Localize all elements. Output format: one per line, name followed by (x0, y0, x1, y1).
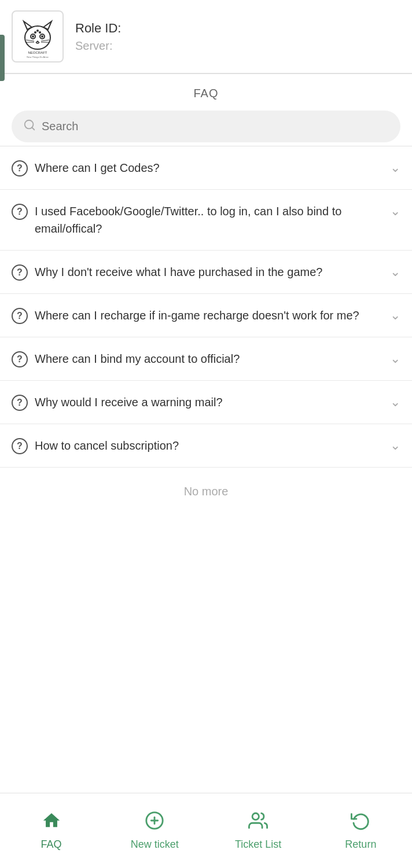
svg-marker-7 (36, 41, 39, 42)
chevron-icon-4: ⌄ (390, 308, 400, 323)
faq-question-4: Where can I recharge if in-game recharge… (35, 307, 383, 324)
question-icon-5: ? (12, 351, 28, 367)
app-logo: NEOCRAFT New Things Do Arise (12, 10, 64, 62)
search-icon (23, 119, 36, 134)
plus-circle-icon (145, 811, 164, 835)
svg-point-12 (34, 31, 36, 34)
svg-marker-1 (24, 21, 32, 30)
svg-line-10 (41, 40, 49, 41)
faq-question-7: How to cancel subscription? (35, 437, 383, 454)
svg-marker-2 (43, 21, 52, 30)
svg-point-22 (252, 813, 259, 819)
faq-question-1: Where can I get Codes? (35, 159, 383, 176)
faq-item-2[interactable]: ? I used Facebook/Google/Twitter.. to lo… (0, 190, 412, 251)
home-icon (42, 811, 61, 835)
chevron-icon-2: ⌄ (390, 204, 400, 219)
faq-item-1[interactable]: ? Where can I get Codes? ⌄ (0, 146, 412, 190)
faq-question-3: Why I don't receive what I have purchase… (35, 263, 383, 281)
faq-section: FAQ ? Where can I get Codes? ⌄ ? I used … (0, 74, 412, 510)
ticket-list-icon (248, 811, 268, 835)
chevron-icon-1: ⌄ (390, 160, 400, 175)
question-icon-6: ? (12, 395, 28, 411)
faq-item-7[interactable]: ? How to cancel subscription? ⌄ (0, 424, 412, 468)
question-icon-3: ? (12, 264, 28, 281)
server-label: Server: (75, 39, 121, 53)
svg-text:New Things Do Arise: New Things Do Arise (27, 56, 49, 58)
nav-item-new-ticket[interactable]: New ticket (131, 811, 179, 851)
question-icon-1: ? (12, 160, 28, 176)
bottom-navigation: FAQ New ticket Ticket List (0, 793, 412, 868)
question-icon-2: ? (12, 204, 28, 220)
return-icon (351, 811, 370, 835)
chevron-icon-5: ⌄ (390, 351, 400, 366)
svg-text:NEOCRAFT: NEOCRAFT (28, 51, 47, 54)
faq-item-5[interactable]: ? Where can I bind my account to officia… (0, 337, 412, 381)
faq-list: ? Where can I get Codes? ⌄ ? I used Face… (0, 146, 412, 468)
chevron-icon-3: ⌄ (390, 264, 400, 279)
svg-point-5 (32, 35, 34, 38)
no-more-label: No more (0, 468, 412, 510)
svg-point-6 (41, 35, 43, 38)
faq-question-6: Why would I receive a warning mail? (35, 393, 383, 411)
faq-item-left-3: ? Why I don't receive what I have purcha… (12, 263, 383, 281)
neocraft-logo-svg: NEOCRAFT New Things Do Arise (14, 13, 61, 60)
nav-faq-label: FAQ (41, 838, 62, 851)
role-id-label: Role ID: (75, 21, 121, 36)
svg-point-13 (39, 31, 41, 34)
nav-item-ticket-list[interactable]: Ticket List (235, 811, 281, 851)
svg-point-14 (36, 30, 39, 32)
chevron-icon-6: ⌄ (390, 395, 400, 410)
faq-item-left-7: ? How to cancel subscription? (12, 437, 383, 454)
header-info: Role ID: Server: (75, 21, 121, 53)
faq-question-2: I used Facebook/Google/Twitter.. to log … (35, 203, 383, 237)
faq-title: FAQ (0, 74, 412, 111)
faq-item-left-1: ? Where can I get Codes? (12, 159, 383, 176)
header: NEOCRAFT New Things Do Arise Role ID: Se… (0, 0, 412, 73)
left-accent-bar (0, 35, 5, 81)
faq-item-left-4: ? Where can I recharge if in-game rechar… (12, 307, 383, 324)
chevron-icon-7: ⌄ (390, 438, 400, 453)
svg-line-18 (32, 127, 34, 130)
search-input[interactable] (42, 120, 389, 133)
faq-item-left-5: ? Where can I bind my account to officia… (12, 350, 383, 367)
svg-line-8 (26, 40, 34, 41)
content-spacer (0, 510, 412, 614)
faq-question-5: Where can I bind my account to official? (35, 350, 383, 367)
question-icon-7: ? (12, 438, 28, 454)
nav-item-faq[interactable]: FAQ (28, 811, 75, 851)
search-bar[interactable] (12, 111, 400, 142)
nav-ticket-list-label: Ticket List (235, 838, 281, 851)
nav-new-ticket-label: New ticket (131, 838, 179, 851)
faq-item-left-6: ? Why would I receive a warning mail? (12, 393, 383, 411)
faq-item-3[interactable]: ? Why I don't receive what I have purcha… (0, 251, 412, 294)
nav-return-label: Return (345, 838, 376, 851)
question-icon-4: ? (12, 308, 28, 324)
nav-item-return[interactable]: Return (337, 811, 384, 851)
faq-item-left-2: ? I used Facebook/Google/Twitter.. to lo… (12, 203, 383, 237)
faq-item-6[interactable]: ? Why would I receive a warning mail? ⌄ (0, 381, 412, 424)
faq-item-4[interactable]: ? Where can I recharge if in-game rechar… (0, 294, 412, 337)
